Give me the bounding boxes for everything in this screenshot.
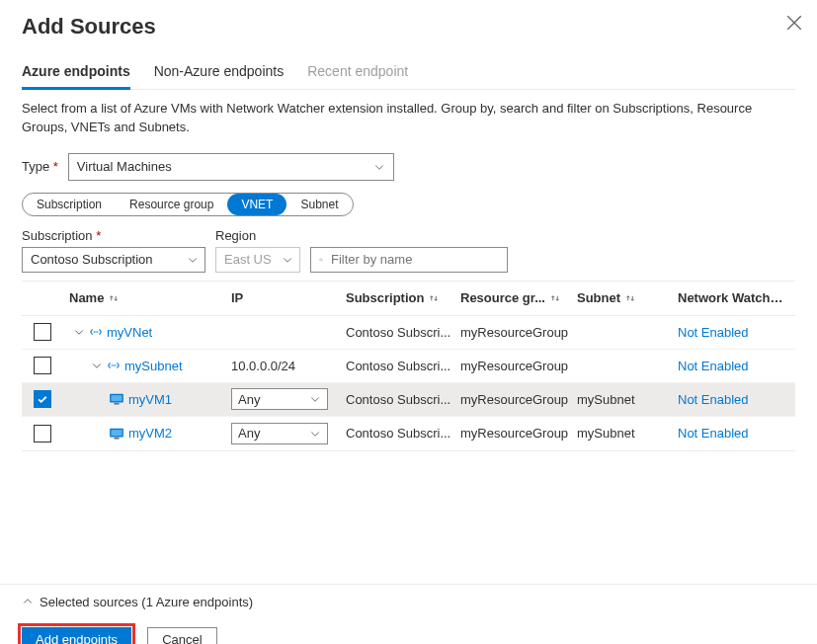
col-name-label: Name (69, 290, 104, 305)
col-rg-label: Resource gr... (460, 290, 545, 305)
row-name-link[interactable]: myVNet (107, 325, 152, 340)
region-filter-label: Region (215, 228, 300, 243)
col-network-watcher-ext[interactable]: Network Watcher Ex... (672, 290, 795, 305)
table-row[interactable]: myVM2AnyContoso Subscri...myResourceGrou… (22, 417, 795, 450)
chevron-down-icon (309, 393, 321, 405)
cell-subscription: Contoso Subscri... (340, 392, 454, 407)
cell-resource-group: myResourceGroup (454, 359, 571, 373)
sort-icon (428, 292, 440, 304)
close-icon (785, 14, 803, 32)
selected-sources-text: Selected sources (1 Azure endpoints) (40, 595, 253, 609)
row-checkbox[interactable] (34, 425, 51, 443)
svg-rect-12 (114, 438, 119, 440)
col-resource-group[interactable]: Resource gr... (454, 290, 571, 305)
chevron-down-icon (309, 428, 321, 440)
groupby-vnet[interactable]: VNET (227, 194, 286, 215)
cell-resource-group: myResourceGroup (454, 426, 571, 441)
svg-point-2 (95, 331, 96, 332)
resources-table: Name IP Subscription Resource gr... Subn… (22, 281, 795, 451)
subscription-filter-value: Contoso Subscription (31, 252, 153, 267)
chevron-down-icon (187, 254, 199, 266)
groupby-resource-group[interactable]: Resource group (116, 194, 227, 215)
cell-subscription: Contoso Subscri... (340, 359, 454, 373)
table-row[interactable]: myVNetContoso Subscri...myResourceGroupN… (22, 316, 795, 350)
cell-ip: Any (225, 388, 340, 410)
col-ip-label: IP (231, 290, 243, 305)
add-endpoints-button[interactable]: Add endpoints (22, 627, 131, 644)
table-header: Name IP Subscription Resource gr... Subn… (22, 281, 795, 316)
subscription-filter-label: Subscription (22, 228, 205, 243)
close-button[interactable] (785, 14, 803, 32)
row-checkbox[interactable] (34, 390, 51, 408)
network-watcher-ext-link[interactable]: Not Enabled (678, 426, 749, 441)
vnet-icon (107, 359, 121, 372)
cell-subscription: Contoso Subscri... (340, 325, 454, 340)
filter-by-name[interactable] (310, 247, 508, 273)
sort-icon (108, 292, 120, 304)
row-name-link[interactable]: myVM2 (128, 426, 172, 441)
svg-rect-8 (111, 395, 122, 401)
region-filter-value: East US (224, 252, 272, 267)
cell-ip: Any (225, 423, 340, 444)
row-checkbox[interactable] (34, 357, 51, 374)
chevron-up-icon (22, 596, 34, 607)
cell-subnet: mySubnet (571, 426, 672, 441)
ip-select[interactable]: Any (231, 423, 328, 444)
svg-point-5 (113, 364, 114, 365)
svg-point-6 (115, 364, 116, 365)
sort-icon (624, 292, 636, 304)
panel-description: Select from a list of Azure VMs with Net… (22, 100, 795, 137)
network-watcher-ext-link[interactable]: Not Enabled (678, 359, 749, 373)
vm-icon (109, 393, 124, 405)
tab-recent-endpoint[interactable]: Recent endpoint (307, 59, 408, 89)
table-row[interactable]: myVM1AnyContoso Subscri...myResourceGrou… (22, 383, 795, 417)
col-subscription-label: Subscription (346, 290, 424, 305)
svg-rect-9 (114, 403, 119, 405)
vnet-icon (89, 325, 103, 339)
type-label: Type (22, 159, 58, 174)
table-row[interactable]: mySubnet10.0.0.0/24Contoso Subscri...myR… (22, 350, 795, 383)
network-watcher-ext-link[interactable]: Not Enabled (678, 325, 749, 340)
chevron-down-icon (282, 254, 293, 266)
tabs: Azure endpoints Non-Azure endpoints Rece… (22, 59, 795, 90)
svg-point-4 (112, 364, 113, 365)
type-select-value: Virtual Machines (77, 159, 172, 174)
type-select[interactable]: Virtual Machines (68, 153, 394, 181)
col-ip[interactable]: IP (225, 290, 340, 305)
subscription-filter-select[interactable]: Contoso Subscription (22, 247, 205, 273)
region-filter-select: East US (215, 247, 300, 273)
svg-point-1 (94, 331, 95, 332)
cell-resource-group: myResourceGroup (454, 325, 571, 340)
tab-non-azure-endpoints[interactable]: Non-Azure endpoints (154, 59, 285, 89)
row-checkbox[interactable] (34, 323, 51, 341)
groupby-subscription[interactable]: Subscription (23, 194, 116, 215)
col-subnet[interactable]: Subnet (571, 290, 672, 305)
col-nwe-label: Network Watcher Ex... (678, 290, 789, 305)
sort-icon (549, 292, 561, 304)
ip-select[interactable]: Any (231, 388, 328, 410)
cancel-button[interactable]: Cancel (147, 627, 216, 644)
cell-subnet: mySubnet (571, 392, 672, 407)
cell-resource-group: myResourceGroup (454, 392, 571, 407)
chevron-down-icon[interactable] (73, 326, 85, 338)
panel-title: Add Sources (22, 14, 795, 40)
selected-sources-bar[interactable]: Selected sources (1 Azure endpoints) (0, 584, 817, 619)
col-subscription[interactable]: Subscription (340, 290, 454, 305)
filter-by-name-input[interactable] (329, 251, 499, 268)
network-watcher-ext-link[interactable]: Not Enabled (678, 392, 749, 407)
tab-azure-endpoints[interactable]: Azure endpoints (22, 59, 130, 90)
groupby-segmented: Subscription Resource group VNET Subnet (22, 193, 354, 216)
cell-ip: 10.0.0.0/24 (225, 359, 340, 373)
svg-point-0 (320, 258, 322, 260)
col-name[interactable]: Name (63, 290, 225, 305)
groupby-subnet[interactable]: Subnet (286, 194, 352, 215)
svg-rect-11 (111, 430, 122, 436)
chevron-down-icon (373, 161, 385, 173)
search-icon (319, 253, 323, 267)
col-subnet-label: Subnet (577, 290, 620, 305)
svg-point-3 (97, 331, 98, 332)
row-name-link[interactable]: mySubnet (124, 359, 183, 373)
chevron-down-icon[interactable] (91, 360, 103, 371)
cell-subscription: Contoso Subscri... (340, 426, 454, 441)
row-name-link[interactable]: myVM1 (128, 392, 172, 407)
